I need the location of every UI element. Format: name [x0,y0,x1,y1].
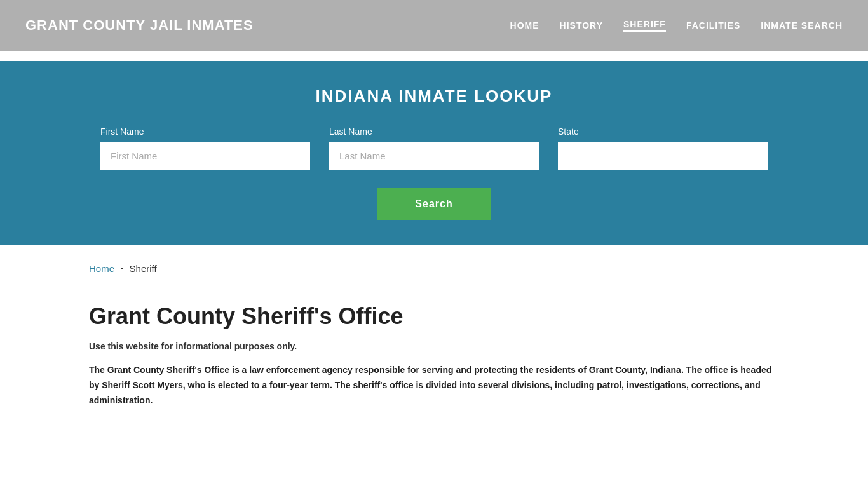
last-name-label: Last Name [329,126,539,137]
breadcrumb: Home • Sheriff [0,245,868,280]
first-name-label: First Name [100,126,310,137]
main-content: Grant County Sheriff's Office Use this w… [0,280,868,433]
nav-sheriff[interactable]: SHERIFF [623,19,666,32]
breadcrumb-home-link[interactable]: Home [89,263,114,274]
nav-home[interactable]: HOME [510,20,539,30]
search-section-title: INDIANA INMATE LOOKUP [316,86,553,106]
site-title: GRANT COUNTY JAIL INMATES [25,17,254,34]
search-button[interactable]: Search [377,188,491,220]
state-input[interactable]: Indiana [558,142,768,170]
state-label: State [558,126,768,137]
first-name-group: First Name [100,126,310,170]
main-nav: HOME HISTORY SHERIFF FACILITIES INMATE S… [510,19,843,32]
breadcrumb-separator: • [121,265,123,272]
first-name-input[interactable] [100,142,310,170]
disclaimer-text: Use this website for informational purpo… [89,341,779,351]
last-name-group: Last Name [329,126,539,170]
description-text: The Grant County Sheriff's Office is a l… [89,363,779,408]
site-header: GRANT COUNTY JAIL INMATES HOME HISTORY S… [0,0,868,51]
state-group: State Indiana [558,126,768,170]
nav-history[interactable]: HISTORY [560,20,603,30]
nav-facilities[interactable]: FACILITIES [686,20,740,30]
last-name-input[interactable] [329,142,539,170]
search-section: INDIANA INMATE LOOKUP First Name Last Na… [0,61,868,245]
nav-inmate-search[interactable]: INMATE SEARCH [761,20,843,30]
inmate-lookup-form: First Name Last Name State Indiana Searc… [85,126,783,220]
breadcrumb-current: Sheriff [130,263,157,274]
page-heading: Grant County Sheriff's Office [89,303,779,330]
header-spacer [0,51,868,61]
form-fields: First Name Last Name State Indiana [85,126,783,170]
